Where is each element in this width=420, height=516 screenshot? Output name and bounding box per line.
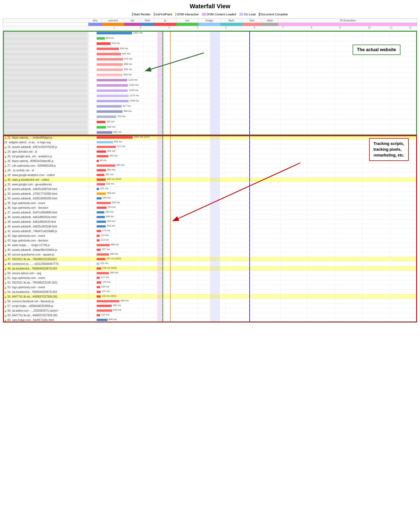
bottom-row-3: 🔒24. dpm.demdex.net - id352 ms (3, 149, 417, 154)
lock-icon: 🔒 (4, 183, 7, 186)
bottom-row-name: 🔒28. .sc.omtrdc.net - id (3, 169, 88, 172)
bar-ms-label: 526 ms (112, 201, 120, 204)
ms-label: 917 ms (122, 105, 131, 107)
bottom-row-name: 🔒23. assets.adobedt...8457a7b2476236.js (3, 145, 88, 149)
type-color-bar (3, 23, 417, 26)
top-row-bar-area: 958 ms (88, 109, 417, 114)
bottom-row-bar-area: 117 ms (88, 276, 417, 280)
bottom-row-name: 🔒53. logx.optimizely.com - event (3, 286, 88, 289)
lock-icon: 🔒 (4, 296, 7, 298)
resource-bar (97, 239, 100, 241)
js-color (154, 23, 176, 26)
top-row-bar-area: 979 ms (88, 57, 417, 62)
bottom-row-bar-area: 352 ms (88, 219, 417, 224)
type-css: css (176, 18, 198, 23)
bottom-row-name: 🔒39. assets.adobedt...6d61df00342f.html (3, 220, 88, 224)
top-row-19: 581 ms (3, 130, 417, 135)
top-row-8: 959 ms (3, 73, 417, 78)
bottom-row-name: 🔒35. logx.optimizely.com - event (3, 201, 88, 205)
bar-ms-label: 101 ms (100, 187, 108, 190)
bottom-row-name: 🔒33. assets.adobedt...370017710000.html (3, 192, 88, 196)
bottom-row-14: 🔒35. logx.optimizely.com - event526 ms (3, 201, 417, 205)
bar-ms-label: 352 ms (107, 150, 115, 152)
bar-ms-label: 175 ms (102, 281, 111, 283)
lock-icon: 🔒 (4, 155, 7, 158)
top-row-12: 1175 ms (3, 94, 417, 99)
bottom-row-bar-area: 352 ms (88, 149, 417, 154)
bottom-row-name: 🔒41. assets.adobedt...746d47ca018a80.js (3, 229, 88, 233)
bottom-row-bar-area: 134 ms (88, 313, 417, 317)
top-row-bar-area: 968 ms (88, 62, 417, 67)
lock-icon: 🔒 (4, 249, 7, 251)
type-ssl: ssl (124, 18, 141, 23)
bottom-row-name: 🔒38. assets.adobedt...6d61df00342e.html (3, 215, 88, 219)
bottom-row-bar-area: 309 ms (88, 215, 417, 219)
bottom-row-name: 🔒30. stats.g.doubleclick.net - collect (3, 178, 88, 182)
type-image: image (198, 18, 220, 23)
lock-icon: 🔒 (4, 258, 7, 261)
top-row-name-blurred (3, 57, 88, 62)
bottom-row-name: 🔒26. blaze.ratecity...80955cf1bbac96.js (3, 159, 88, 163)
waterfall-main: dns connect ssl html js css image flash … (3, 18, 417, 323)
bottom-row-name: 🔒29. www.google-analytics.com - collect (3, 173, 88, 177)
lock-icon: 🔒 (4, 314, 7, 317)
ms-label: 720 ms (117, 115, 126, 118)
top-row-bar-area: 966 ms (88, 67, 417, 72)
top-row-name-blurred (3, 46, 88, 51)
color-bar-name-spacer (3, 23, 88, 26)
bottom-row-31: 🔒52. 5922921.fls.do...795388223158.18211… (3, 280, 417, 285)
bottom-row-name: 🔒58. ad.atdmt.com - ...2202663571;cache= (3, 309, 88, 312)
top-row-bar-area: 1155 ms (88, 88, 417, 93)
bar (97, 105, 122, 108)
resource-bar (97, 188, 99, 190)
bar-ms-label: 90 ms (100, 159, 107, 162)
bar-ms-label: 1321 ms (317) (134, 136, 150, 138)
bottom-row-bar-area: 291 ms (88, 173, 417, 177)
resource-bar (97, 235, 100, 237)
bottom-rows-container: 🔒21. blaze.ratecity... - embedWidget.js1… (3, 135, 417, 322)
bottom-row-name: 🔒56. connect.facebook.net - fbevents.js (3, 300, 88, 303)
bar (97, 48, 119, 50)
js-exec-color (278, 23, 417, 26)
bottom-row-name: 🔒50. secure.adnxs.com - seg (3, 271, 88, 275)
legend-start-render: Start Render (132, 13, 151, 16)
type-flash: flash (220, 18, 242, 23)
lock-icon: 🔒 (4, 202, 7, 205)
bottom-row-name: 🔒24. dpm.demdex.net - id (3, 150, 88, 153)
bottom-row-bar-area: 560 ms (88, 304, 417, 308)
bar-ms-label: 717 ms (117, 145, 125, 148)
ms-label: 336 ms (107, 125, 115, 128)
bottom-row-bar-area: 717 ms (88, 145, 417, 149)
bottom-row-15: 🔒36. logx.optimizely.com - decision370 m… (3, 205, 417, 210)
bottom-row-bar-area: 570 ms (88, 308, 417, 313)
ms-label: 959 ms (124, 73, 132, 76)
resource-bar (97, 221, 106, 223)
top-row-bar-area: 1175 ms (88, 94, 417, 98)
resource-bar (97, 183, 105, 185)
bar-ms-label: 404 ms (108, 318, 117, 321)
lock-icon: 🔒 (4, 282, 7, 284)
bottom-row-name: 🔒32. assets.adobedt...6d025c0087e8.html (3, 187, 88, 191)
bar (97, 84, 128, 87)
top-row-17: 333 ms (3, 120, 417, 125)
bottom-row-bar-area: 486 ms (88, 243, 417, 247)
bar-ms-label: 352 ms (107, 220, 115, 223)
bottom-row-39: 🔒60. vars.hotjar.com...fcb4f17100c.html4… (3, 318, 417, 322)
top-row-name-blurred (3, 88, 88, 93)
legend-on-load: On Load (239, 13, 256, 16)
lock-icon: 🔒 (4, 174, 7, 177)
ms-label: 1169 ms (129, 99, 139, 102)
bar (97, 100, 129, 102)
bottom-row-name: 🔒46. secure.quantserve.com - aquant.js (3, 253, 88, 256)
ms-label: 1301 ms (133, 31, 143, 34)
css-color (176, 23, 198, 26)
type-other: other (262, 18, 278, 23)
grid-num-12: 12 (409, 26, 412, 29)
resource-bar (97, 319, 108, 321)
type-dns: dns (88, 18, 102, 23)
bottom-row-8: 🔒29. www.google-analytics.com - collect2… (3, 173, 417, 177)
bar-ms-label: 840 ms (121, 299, 129, 302)
resource-bar (97, 244, 110, 246)
top-row-0: 1301 ms (3, 31, 417, 36)
bar (97, 68, 123, 71)
